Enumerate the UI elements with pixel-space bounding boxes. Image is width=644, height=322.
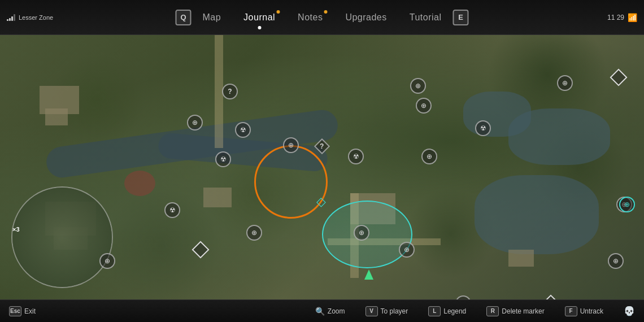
status-bar-right: 11 29 📶 [607, 13, 637, 22]
zoom-action[interactable]: 🔍 Zoom [315, 307, 345, 316]
to-player-action[interactable]: V To player [365, 306, 408, 316]
zoom-icon: 🔍 [315, 307, 325, 316]
diamond-topright [612, 71, 625, 84]
radiation-icon-1: ☢ [235, 122, 251, 138]
tab-journal[interactable]: Journal [232, 8, 286, 27]
key-v[interactable]: V [365, 306, 378, 316]
target-icon-6: ⊕ [455, 295, 471, 299]
key-q-badge[interactable]: Q [175, 10, 191, 25]
tab-upgrades[interactable]: Upgrades [334, 8, 398, 27]
wifi-icon: 📶 [628, 13, 637, 22]
building-topleft2 [45, 108, 68, 125]
question-icon-1: ? [222, 84, 238, 99]
red-zone [124, 171, 155, 196]
lake-mid-right [463, 92, 531, 137]
target-icon-right: ⊕ [619, 197, 635, 212]
exit-label: Exit [24, 307, 36, 315]
target-icon-13: ⊕ [608, 253, 624, 269]
lake-bottom-right [475, 175, 599, 254]
legend-label: Legend [443, 307, 466, 315]
target-icon-5: ⊕ [399, 242, 415, 258]
target-icon-4: ⊕ [246, 225, 262, 241]
player-marker [364, 269, 373, 280]
status-bar-left: Lesser Zone [7, 14, 53, 21]
carrier-label: Lesser Zone [19, 14, 53, 21]
target-icon-1: ⊕ [187, 115, 203, 130]
bottom-actions-right: 🔍 Zoom V To player L Legend R Delete mar… [315, 306, 635, 316]
signal-icon [7, 14, 15, 21]
teal-diamond-marker: ◇ [316, 194, 326, 209]
exit-action[interactable]: Esc Exit [9, 306, 36, 316]
legend-action[interactable]: L Legend [428, 306, 466, 316]
zoom-level-badge: ×3 [12, 226, 20, 233]
building-center [203, 188, 232, 207]
bottom-bar: Esc Exit 🔍 Zoom V To player L Legend R D… [0, 299, 644, 322]
target-icon-topright: ⊕ [410, 78, 426, 94]
minimap-circle [11, 186, 113, 288]
key-r[interactable]: R [486, 306, 499, 316]
delete-marker-action[interactable]: R Delete marker [486, 306, 544, 316]
radiation-icon-4: ☢ [475, 120, 491, 136]
target-icon-2: ⊕ [421, 149, 437, 164]
to-player-label: To player [381, 307, 408, 315]
target-icon-topright2: ⊕ [557, 75, 573, 91]
untrack-action[interactable]: F Untrack [565, 306, 603, 316]
radiation-icon-3: ☢ [348, 149, 364, 164]
key-e-badge[interactable]: E [453, 10, 469, 25]
zoom-label: Zoom [328, 307, 345, 315]
target-icon-7: ⊕ [354, 225, 369, 241]
diamond-icon-2 [194, 243, 207, 256]
key-esc[interactable]: Esc [9, 306, 21, 316]
delete-marker-label: Delete marker [502, 307, 544, 315]
key-f[interactable]: F [565, 306, 577, 316]
tab-notes[interactable]: Notes [286, 8, 334, 27]
target-icon-8: ⊕ [283, 137, 299, 153]
tab-tutorial[interactable]: Tutorial [398, 8, 453, 27]
radiation-icon-2: ☢ [215, 151, 231, 167]
skull-icon: 💀 [624, 306, 635, 316]
map-container[interactable]: ×3 ☢ ☢ ☢ ☢ ☢ ⊕ ⊕ ⊕ ⊕ ⊕ [0, 35, 644, 299]
target-icon-3: ⊕ [416, 98, 432, 114]
tab-map[interactable]: Map [191, 8, 232, 27]
notes-dot [324, 10, 327, 14]
map-background[interactable]: ×3 ☢ ☢ ☢ ☢ ☢ ⊕ ⊕ ⊕ ⊕ ⊕ [0, 35, 644, 299]
target-icon-9: ⊕ [99, 253, 115, 269]
nav-tabs: Q Map Journal Notes Upgrades Tutorial E [175, 8, 468, 27]
top-bar: Lesser Zone Q Map Journal Notes Upgrades… [0, 0, 644, 35]
journal-dot [276, 10, 280, 14]
building-farright [508, 250, 534, 267]
time-label: 11 29 [607, 14, 624, 21]
untrack-label: Untrack [580, 307, 603, 315]
key-l[interactable]: L [428, 306, 441, 316]
question-icon-2: ? [316, 141, 328, 152]
radiation-icon-5: ☢ [164, 202, 180, 218]
